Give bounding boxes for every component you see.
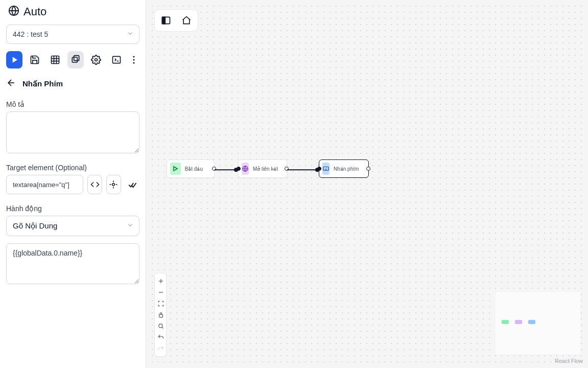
content-input[interactable] xyxy=(6,243,139,284)
svg-rect-22 xyxy=(162,17,166,24)
canvas[interactable]: Bắt đầu Mở liên kết Nhấn phím xyxy=(146,0,588,368)
section-title: Nhấn Phím xyxy=(22,79,63,88)
svg-point-34 xyxy=(159,324,162,328)
node-open-link-label: Mở liên kết xyxy=(253,166,278,172)
action-select-value: Gõ Nội Dung xyxy=(13,221,57,231)
save-button[interactable] xyxy=(27,51,43,68)
port-out[interactable] xyxy=(285,167,289,171)
minimap-node-press-key xyxy=(528,320,535,324)
home-button[interactable] xyxy=(177,12,196,29)
edge[interactable] xyxy=(287,169,319,170)
canvas-side-controls xyxy=(154,273,167,357)
edge[interactable] xyxy=(215,169,238,170)
node-start[interactable]: Bắt đầu xyxy=(167,159,215,178)
flow-select-value: 442 : test 5 xyxy=(13,30,48,38)
code-button[interactable] xyxy=(87,175,102,194)
terminal-button[interactable] xyxy=(108,51,125,68)
svg-marker-1 xyxy=(13,57,17,63)
port-out[interactable] xyxy=(212,167,216,171)
globe-icon xyxy=(8,5,19,18)
fit-view-button[interactable] xyxy=(155,298,167,309)
node-start-label: Bắt đầu xyxy=(185,166,203,172)
settings-button[interactable] xyxy=(88,51,104,68)
svg-point-14 xyxy=(133,62,135,63)
node-press-key-label: Nhấn phím xyxy=(334,166,359,172)
description-input[interactable] xyxy=(6,111,139,153)
flow: Bắt đầu Mở liên kết Nhấn phím xyxy=(167,159,588,180)
zoom-in-button[interactable] xyxy=(155,275,167,287)
port-in[interactable] xyxy=(237,167,241,171)
redo-button[interactable] xyxy=(155,343,167,354)
lock-button[interactable] xyxy=(155,309,167,320)
flow-select[interactable]: 442 : test 5 xyxy=(6,25,139,44)
toolbar xyxy=(6,51,139,68)
minimap-node-open-link xyxy=(515,320,522,324)
undo-button[interactable] xyxy=(155,332,167,343)
svg-point-13 xyxy=(133,59,135,60)
run-button[interactable] xyxy=(6,51,22,68)
port-in[interactable] xyxy=(317,167,321,171)
svg-rect-25 xyxy=(323,167,329,171)
target-picker-button[interactable] xyxy=(106,175,121,194)
table-button[interactable] xyxy=(47,51,63,68)
action-select[interactable]: Gõ Nội Dung xyxy=(6,216,139,236)
target-input[interactable] xyxy=(6,175,83,194)
search-button[interactable] xyxy=(155,320,167,332)
back-button[interactable] xyxy=(6,78,16,90)
svg-rect-7 xyxy=(72,57,77,62)
target-label: Target element (Optional) xyxy=(6,164,139,172)
verify-button[interactable] xyxy=(125,175,139,194)
svg-rect-2 xyxy=(51,56,59,64)
sidebar: Auto 442 : test 5 xyxy=(0,0,146,368)
node-open-link[interactable]: Mở liên kết xyxy=(238,159,287,178)
svg-line-35 xyxy=(162,327,163,329)
reactflow-attribution: React Flow xyxy=(555,358,583,364)
minimap[interactable] xyxy=(495,291,581,355)
zoom-out-button[interactable] xyxy=(155,287,167,298)
svg-point-12 xyxy=(133,56,135,57)
chevron-down-icon xyxy=(127,222,134,231)
globe-icon xyxy=(242,163,249,175)
node-press-key[interactable]: Nhấn phím xyxy=(319,159,369,178)
keyboard-icon xyxy=(322,163,330,175)
svg-point-9 xyxy=(95,59,97,61)
brand-label: Auto xyxy=(23,5,46,18)
description-label: Mô tả xyxy=(6,100,139,108)
more-button[interactable] xyxy=(129,51,139,68)
blocks-button[interactable] xyxy=(67,51,84,68)
canvas-top-controls xyxy=(154,9,198,32)
play-icon xyxy=(170,163,181,175)
svg-rect-8 xyxy=(74,56,79,61)
brand: Auto xyxy=(8,5,139,18)
svg-marker-23 xyxy=(174,167,177,171)
svg-point-16 xyxy=(112,183,115,186)
panel-toggle-button[interactable] xyxy=(157,12,175,29)
minimap-node-start xyxy=(502,320,509,324)
section-header: Nhấn Phím xyxy=(6,78,139,90)
port-out[interactable] xyxy=(366,167,370,171)
action-label: Hành động xyxy=(6,204,139,213)
svg-rect-33 xyxy=(159,314,163,317)
chevron-down-icon xyxy=(127,30,134,39)
